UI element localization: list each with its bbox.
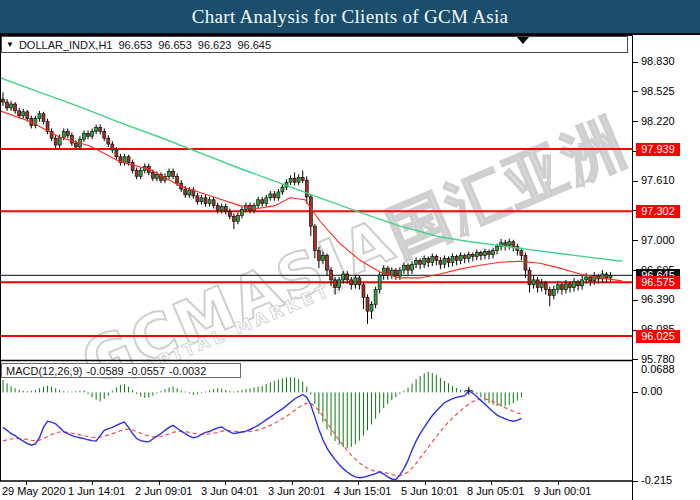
bear-candle bbox=[228, 211, 231, 216]
bull-candle bbox=[188, 190, 191, 195]
bull-candle bbox=[289, 178, 292, 182]
bull-candle bbox=[22, 112, 25, 116]
bear-candle bbox=[216, 206, 219, 211]
bear-candle bbox=[42, 114, 45, 122]
bear-candle bbox=[151, 172, 154, 178]
bear-candle bbox=[439, 260, 442, 264]
bull-candle bbox=[139, 170, 142, 176]
bear-candle bbox=[435, 256, 438, 260]
macd-label-bar: MACD(12,26,9) -0.0589 -0.0557 -0.0032 bbox=[1, 363, 241, 378]
bear-candle bbox=[471, 254, 474, 256]
bear-candle bbox=[212, 200, 215, 206]
bear-candle bbox=[455, 256, 458, 260]
price-chart-canvas[interactable] bbox=[0, 35, 633, 500]
time-tick-label: 4 Jun 15:01 bbox=[334, 485, 392, 497]
bear-candle bbox=[463, 255, 466, 258]
bull-candle bbox=[10, 104, 13, 108]
bear-candle bbox=[196, 196, 199, 202]
bear-candle bbox=[305, 180, 308, 197]
bear-candle bbox=[293, 178, 296, 182]
bear-candle bbox=[605, 274, 608, 278]
bear-candle bbox=[273, 194, 276, 198]
symbol-label: DOLLAR_INDX,H1 bbox=[19, 39, 113, 51]
chevron-down-icon[interactable]: ▼ bbox=[6, 40, 14, 49]
macd-indicator-label: MACD(12,26,9) bbox=[6, 365, 82, 377]
macd-tick bbox=[633, 392, 638, 393]
bear-candle bbox=[131, 163, 134, 171]
bull-candle bbox=[155, 174, 158, 178]
bear-candle bbox=[74, 143, 77, 147]
bear-candle bbox=[99, 127, 102, 131]
bull-candle bbox=[240, 210, 243, 216]
bear-candle bbox=[548, 290, 551, 296]
bear-candle bbox=[394, 270, 397, 276]
bull-candle bbox=[354, 278, 357, 285]
bull-candle bbox=[220, 207, 223, 211]
bull-candle bbox=[508, 242, 511, 246]
bull-candle bbox=[123, 157, 126, 163]
bear-candle bbox=[54, 138, 57, 145]
bear-candle bbox=[326, 255, 329, 270]
bear-candle bbox=[577, 282, 580, 286]
bear-candle bbox=[18, 111, 21, 116]
bear-candle bbox=[504, 243, 507, 246]
bear-candle bbox=[569, 284, 572, 288]
bull-candle bbox=[556, 285, 559, 290]
page-title: Chart Analysis for Clients of GCM Asia bbox=[192, 6, 508, 28]
bull-candle bbox=[483, 252, 486, 256]
bull-candle bbox=[277, 192, 280, 198]
bull-candle bbox=[402, 265, 405, 270]
bear-candle bbox=[479, 253, 482, 256]
bull-candle bbox=[451, 256, 454, 262]
bull-candle bbox=[552, 290, 555, 296]
bear-candle bbox=[317, 251, 320, 261]
bar-high: 96.653 bbox=[158, 39, 192, 51]
bear-candle bbox=[524, 255, 527, 270]
bear-candle bbox=[419, 260, 422, 264]
bear-candle bbox=[103, 131, 106, 138]
bear-candle bbox=[127, 157, 130, 163]
bull-candle bbox=[423, 258, 426, 264]
bull-candle bbox=[390, 270, 393, 275]
bull-candle bbox=[467, 254, 470, 258]
bear-candle bbox=[87, 133, 90, 136]
bull-candle bbox=[95, 127, 98, 131]
bear-candle bbox=[172, 171, 175, 176]
bear-candle bbox=[560, 285, 563, 290]
bull-candle bbox=[443, 258, 446, 264]
time-axis[interactable]: 29 May 20201 Jun 14:012 Jun 09:013 Jun 0… bbox=[0, 481, 700, 500]
bull-candle bbox=[411, 264, 414, 270]
bar-low: 96.623 bbox=[198, 39, 232, 51]
time-tick-label: 2 Jun 09:01 bbox=[135, 485, 193, 497]
bear-candle bbox=[249, 206, 252, 211]
bull-candle bbox=[83, 133, 86, 139]
symbol-bar[interactable]: ▼ DOLLAR_INDX,H1 96.653 96.653 96.623 96… bbox=[1, 36, 628, 53]
bull-candle bbox=[475, 253, 478, 257]
bear-candle bbox=[14, 104, 17, 111]
bear-candle bbox=[512, 242, 515, 247]
bull-candle bbox=[398, 270, 401, 276]
bear-candle bbox=[115, 150, 118, 157]
bull-candle bbox=[585, 277, 588, 280]
bear-candle bbox=[26, 112, 29, 119]
bear-candle bbox=[309, 197, 312, 226]
macd-value: -0.0589 bbox=[86, 365, 123, 377]
bear-candle bbox=[176, 176, 179, 183]
bear-candle bbox=[232, 216, 235, 221]
bear-candle bbox=[334, 280, 337, 288]
bull-candle bbox=[370, 304, 373, 311]
macd-tick-label: 0.0688 bbox=[641, 363, 675, 375]
app-window: Chart Analysis for Clients of GCM Asia G… bbox=[0, 0, 700, 500]
bull-candle bbox=[62, 131, 65, 137]
bull-candle bbox=[609, 275, 612, 277]
bear-candle bbox=[135, 170, 138, 176]
bull-candle bbox=[459, 255, 462, 260]
bull-candle bbox=[496, 247, 499, 251]
bull-candle bbox=[58, 137, 61, 145]
bull-candle bbox=[374, 290, 377, 305]
bull-candle bbox=[492, 251, 495, 255]
bear-candle bbox=[70, 135, 73, 143]
bull-candle bbox=[281, 187, 284, 192]
time-tick-label: 5 Jun 10:01 bbox=[401, 485, 459, 497]
bear-candle bbox=[184, 189, 187, 195]
